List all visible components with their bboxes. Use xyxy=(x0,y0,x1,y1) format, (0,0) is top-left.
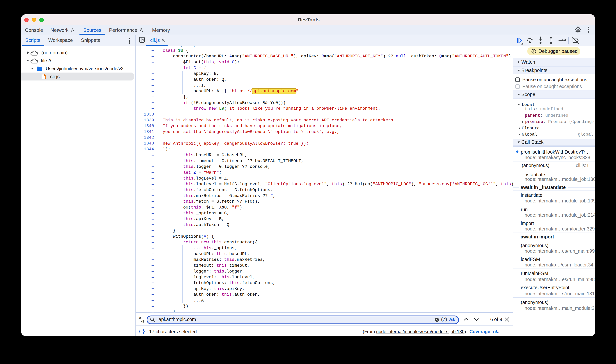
svg-text:B: B xyxy=(142,320,145,323)
svg-text:A: A xyxy=(139,316,141,320)
